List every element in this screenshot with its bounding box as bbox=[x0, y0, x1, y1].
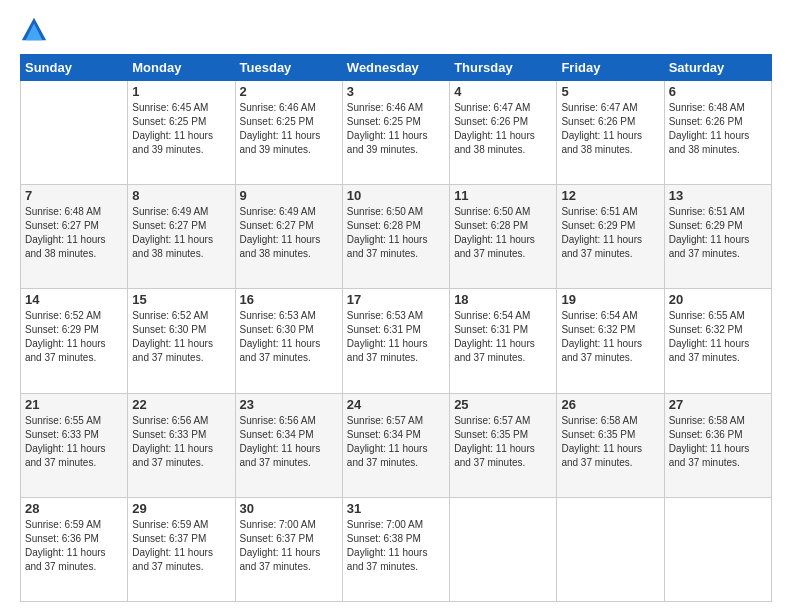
day-info: Sunrise: 6:49 AMSunset: 6:27 PMDaylight:… bbox=[132, 205, 230, 261]
col-friday: Friday bbox=[557, 55, 664, 81]
col-thursday: Thursday bbox=[450, 55, 557, 81]
calendar-cell: 22Sunrise: 6:56 AMSunset: 6:33 PMDayligh… bbox=[128, 393, 235, 497]
day-info: Sunrise: 6:49 AMSunset: 6:27 PMDaylight:… bbox=[240, 205, 338, 261]
day-info: Sunrise: 6:50 AMSunset: 6:28 PMDaylight:… bbox=[347, 205, 445, 261]
calendar-table: Sunday Monday Tuesday Wednesday Thursday… bbox=[20, 54, 772, 602]
calendar-cell bbox=[664, 497, 771, 601]
day-info: Sunrise: 6:58 AMSunset: 6:35 PMDaylight:… bbox=[561, 414, 659, 470]
header-row: Sunday Monday Tuesday Wednesday Thursday… bbox=[21, 55, 772, 81]
calendar-cell: 21Sunrise: 6:55 AMSunset: 6:33 PMDayligh… bbox=[21, 393, 128, 497]
calendar-cell: 5Sunrise: 6:47 AMSunset: 6:26 PMDaylight… bbox=[557, 81, 664, 185]
logo-icon bbox=[20, 16, 48, 44]
calendar-cell: 29Sunrise: 6:59 AMSunset: 6:37 PMDayligh… bbox=[128, 497, 235, 601]
calendar-cell: 3Sunrise: 6:46 AMSunset: 6:25 PMDaylight… bbox=[342, 81, 449, 185]
page: Sunday Monday Tuesday Wednesday Thursday… bbox=[0, 0, 792, 612]
day-info: Sunrise: 6:55 AMSunset: 6:32 PMDaylight:… bbox=[669, 309, 767, 365]
calendar-cell bbox=[557, 497, 664, 601]
calendar-cell: 15Sunrise: 6:52 AMSunset: 6:30 PMDayligh… bbox=[128, 289, 235, 393]
day-info: Sunrise: 6:47 AMSunset: 6:26 PMDaylight:… bbox=[454, 101, 552, 157]
day-info: Sunrise: 6:59 AMSunset: 6:37 PMDaylight:… bbox=[132, 518, 230, 574]
day-info: Sunrise: 6:56 AMSunset: 6:34 PMDaylight:… bbox=[240, 414, 338, 470]
day-info: Sunrise: 6:53 AMSunset: 6:30 PMDaylight:… bbox=[240, 309, 338, 365]
day-info: Sunrise: 6:57 AMSunset: 6:35 PMDaylight:… bbox=[454, 414, 552, 470]
day-number: 7 bbox=[25, 188, 123, 203]
calendar-cell: 8Sunrise: 6:49 AMSunset: 6:27 PMDaylight… bbox=[128, 185, 235, 289]
day-info: Sunrise: 6:50 AMSunset: 6:28 PMDaylight:… bbox=[454, 205, 552, 261]
calendar-cell: 6Sunrise: 6:48 AMSunset: 6:26 PMDaylight… bbox=[664, 81, 771, 185]
day-info: Sunrise: 6:46 AMSunset: 6:25 PMDaylight:… bbox=[347, 101, 445, 157]
day-number: 30 bbox=[240, 501, 338, 516]
week-row-2: 14Sunrise: 6:52 AMSunset: 6:29 PMDayligh… bbox=[21, 289, 772, 393]
day-info: Sunrise: 6:51 AMSunset: 6:29 PMDaylight:… bbox=[669, 205, 767, 261]
day-info: Sunrise: 6:54 AMSunset: 6:32 PMDaylight:… bbox=[561, 309, 659, 365]
day-info: Sunrise: 6:52 AMSunset: 6:29 PMDaylight:… bbox=[25, 309, 123, 365]
day-number: 14 bbox=[25, 292, 123, 307]
day-info: Sunrise: 6:47 AMSunset: 6:26 PMDaylight:… bbox=[561, 101, 659, 157]
day-number: 4 bbox=[454, 84, 552, 99]
day-info: Sunrise: 6:53 AMSunset: 6:31 PMDaylight:… bbox=[347, 309, 445, 365]
day-info: Sunrise: 6:55 AMSunset: 6:33 PMDaylight:… bbox=[25, 414, 123, 470]
day-number: 19 bbox=[561, 292, 659, 307]
week-row-4: 28Sunrise: 6:59 AMSunset: 6:36 PMDayligh… bbox=[21, 497, 772, 601]
calendar-cell: 2Sunrise: 6:46 AMSunset: 6:25 PMDaylight… bbox=[235, 81, 342, 185]
day-info: Sunrise: 7:00 AMSunset: 6:38 PMDaylight:… bbox=[347, 518, 445, 574]
day-number: 31 bbox=[347, 501, 445, 516]
day-number: 24 bbox=[347, 397, 445, 412]
calendar-cell: 4Sunrise: 6:47 AMSunset: 6:26 PMDaylight… bbox=[450, 81, 557, 185]
col-wednesday: Wednesday bbox=[342, 55, 449, 81]
day-number: 11 bbox=[454, 188, 552, 203]
day-info: Sunrise: 6:51 AMSunset: 6:29 PMDaylight:… bbox=[561, 205, 659, 261]
day-number: 21 bbox=[25, 397, 123, 412]
day-info: Sunrise: 6:57 AMSunset: 6:34 PMDaylight:… bbox=[347, 414, 445, 470]
calendar-cell bbox=[21, 81, 128, 185]
day-number: 3 bbox=[347, 84, 445, 99]
day-number: 2 bbox=[240, 84, 338, 99]
day-info: Sunrise: 6:48 AMSunset: 6:27 PMDaylight:… bbox=[25, 205, 123, 261]
day-number: 29 bbox=[132, 501, 230, 516]
day-number: 16 bbox=[240, 292, 338, 307]
calendar-cell: 23Sunrise: 6:56 AMSunset: 6:34 PMDayligh… bbox=[235, 393, 342, 497]
day-number: 10 bbox=[347, 188, 445, 203]
day-number: 27 bbox=[669, 397, 767, 412]
calendar-cell: 9Sunrise: 6:49 AMSunset: 6:27 PMDaylight… bbox=[235, 185, 342, 289]
week-row-1: 7Sunrise: 6:48 AMSunset: 6:27 PMDaylight… bbox=[21, 185, 772, 289]
calendar-cell: 14Sunrise: 6:52 AMSunset: 6:29 PMDayligh… bbox=[21, 289, 128, 393]
calendar-cell: 25Sunrise: 6:57 AMSunset: 6:35 PMDayligh… bbox=[450, 393, 557, 497]
day-number: 18 bbox=[454, 292, 552, 307]
day-number: 25 bbox=[454, 397, 552, 412]
calendar-cell: 1Sunrise: 6:45 AMSunset: 6:25 PMDaylight… bbox=[128, 81, 235, 185]
calendar-cell: 13Sunrise: 6:51 AMSunset: 6:29 PMDayligh… bbox=[664, 185, 771, 289]
day-info: Sunrise: 6:54 AMSunset: 6:31 PMDaylight:… bbox=[454, 309, 552, 365]
day-number: 20 bbox=[669, 292, 767, 307]
calendar-cell: 31Sunrise: 7:00 AMSunset: 6:38 PMDayligh… bbox=[342, 497, 449, 601]
day-info: Sunrise: 6:48 AMSunset: 6:26 PMDaylight:… bbox=[669, 101, 767, 157]
calendar-cell: 24Sunrise: 6:57 AMSunset: 6:34 PMDayligh… bbox=[342, 393, 449, 497]
calendar-cell: 17Sunrise: 6:53 AMSunset: 6:31 PMDayligh… bbox=[342, 289, 449, 393]
day-info: Sunrise: 6:56 AMSunset: 6:33 PMDaylight:… bbox=[132, 414, 230, 470]
day-number: 13 bbox=[669, 188, 767, 203]
day-number: 17 bbox=[347, 292, 445, 307]
calendar-cell: 20Sunrise: 6:55 AMSunset: 6:32 PMDayligh… bbox=[664, 289, 771, 393]
calendar-cell: 11Sunrise: 6:50 AMSunset: 6:28 PMDayligh… bbox=[450, 185, 557, 289]
day-info: Sunrise: 6:52 AMSunset: 6:30 PMDaylight:… bbox=[132, 309, 230, 365]
calendar-cell bbox=[450, 497, 557, 601]
day-number: 9 bbox=[240, 188, 338, 203]
calendar-cell: 28Sunrise: 6:59 AMSunset: 6:36 PMDayligh… bbox=[21, 497, 128, 601]
calendar-cell: 7Sunrise: 6:48 AMSunset: 6:27 PMDaylight… bbox=[21, 185, 128, 289]
week-row-3: 21Sunrise: 6:55 AMSunset: 6:33 PMDayligh… bbox=[21, 393, 772, 497]
day-info: Sunrise: 6:46 AMSunset: 6:25 PMDaylight:… bbox=[240, 101, 338, 157]
calendar-cell: 10Sunrise: 6:50 AMSunset: 6:28 PMDayligh… bbox=[342, 185, 449, 289]
day-info: Sunrise: 6:45 AMSunset: 6:25 PMDaylight:… bbox=[132, 101, 230, 157]
calendar-cell: 12Sunrise: 6:51 AMSunset: 6:29 PMDayligh… bbox=[557, 185, 664, 289]
day-number: 8 bbox=[132, 188, 230, 203]
week-row-0: 1Sunrise: 6:45 AMSunset: 6:25 PMDaylight… bbox=[21, 81, 772, 185]
day-number: 1 bbox=[132, 84, 230, 99]
calendar-cell: 18Sunrise: 6:54 AMSunset: 6:31 PMDayligh… bbox=[450, 289, 557, 393]
day-info: Sunrise: 6:58 AMSunset: 6:36 PMDaylight:… bbox=[669, 414, 767, 470]
day-number: 6 bbox=[669, 84, 767, 99]
day-number: 12 bbox=[561, 188, 659, 203]
calendar-cell: 30Sunrise: 7:00 AMSunset: 6:37 PMDayligh… bbox=[235, 497, 342, 601]
day-number: 5 bbox=[561, 84, 659, 99]
day-number: 15 bbox=[132, 292, 230, 307]
calendar-cell: 16Sunrise: 6:53 AMSunset: 6:30 PMDayligh… bbox=[235, 289, 342, 393]
